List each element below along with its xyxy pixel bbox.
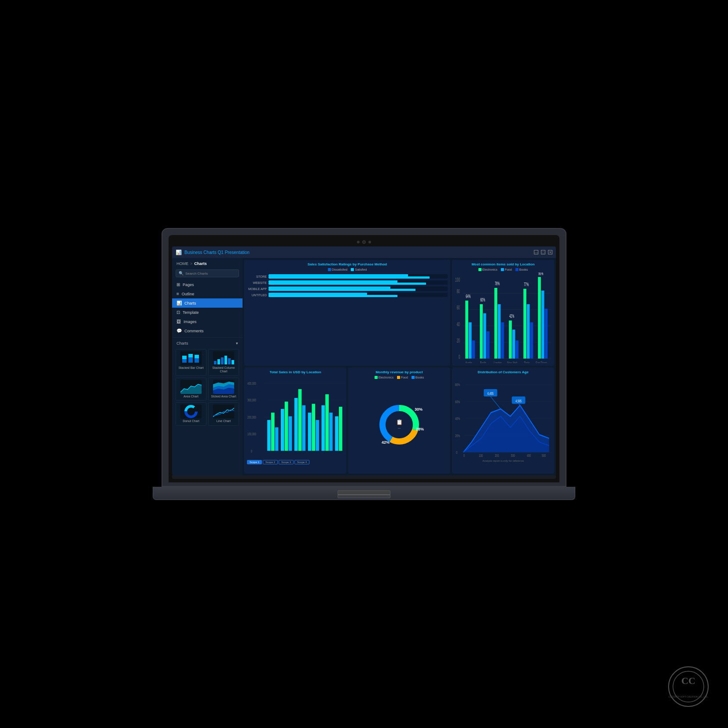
distribution-chart: 80% 60% 40% 20% 0: [455, 376, 552, 471]
laptop-base: DELL: [153, 487, 575, 500]
chart-thumb-line[interactable]: Line Chart: [208, 402, 239, 425]
chart-thumb-stacked-area-label: Stcked Area Chart: [211, 395, 236, 398]
comments-icon: 💬: [176, 328, 182, 333]
chart-thumb-donut[interactable]: Donut Chart: [176, 402, 206, 425]
hbar-row-store: STORE: [247, 274, 448, 279]
svg-rect-1: [182, 356, 187, 359]
svg-line-113: [490, 397, 500, 409]
scope-tab-2[interactable]: Scope 2: [263, 460, 278, 464]
svg-text:80%: 80%: [455, 383, 460, 386]
svg-text:500: 500: [542, 454, 546, 457]
svg-rect-40: [501, 322, 504, 358]
legend-label-dissatisfied: Dissatisfied: [332, 268, 348, 271]
svg-rect-70: [267, 420, 271, 451]
chart-thumb-stacked-bar-img: [180, 351, 202, 365]
chart-thumb-stacked-bar[interactable]: Stacked Bar Chart: [176, 349, 206, 376]
hbar-track-store: [268, 274, 448, 279]
svg-rect-85: [335, 416, 338, 451]
webcam-area: [172, 239, 556, 246]
svg-rect-84: [329, 412, 333, 451]
legend-label-mr-food: Food: [401, 376, 408, 379]
sidebar-item-outline[interactable]: ≡ Outline: [172, 289, 243, 298]
svg-rect-39: [498, 304, 501, 359]
monthly-revenue-title: Monthly revenue by product: [351, 370, 448, 374]
svg-rect-2: [188, 357, 193, 363]
charts-section-header: Charts ▾: [172, 339, 243, 347]
sidebar-item-images[interactable]: 🖼 Images: [172, 317, 243, 326]
pct-30: 30%: [415, 407, 423, 412]
hbar-satisfied-untitled: [268, 295, 397, 297]
svg-text:Paris: Paris: [524, 361, 530, 363]
scope-tab-3[interactable]: Scope 3: [279, 460, 294, 464]
sales-satisfaction-title: Sales Satisfaction Ratings by Purchase M…: [247, 262, 448, 266]
chart-thumb-stacked-area[interactable]: Stcked Area Chart: [208, 378, 239, 401]
svg-text:300,000: 300,000: [247, 398, 256, 402]
app-title: Business Charts Q1 Presentation: [184, 250, 531, 255]
most-common-panel: Most common items sold by Location Elect…: [452, 260, 554, 366]
chart-thumb-stacked-column-img: [213, 351, 234, 365]
svg-text:CC: CC: [681, 675, 695, 686]
svg-text:•••: •••: [398, 427, 401, 430]
svg-rect-38: [494, 288, 497, 359]
svg-text:300: 300: [511, 454, 515, 457]
svg-rect-43: [512, 330, 515, 359]
svg-text:95%: 95%: [538, 272, 543, 276]
legend-dot-books: [515, 268, 518, 271]
most-common-title: Most common items sold by Location: [455, 262, 552, 266]
svg-rect-11: [232, 360, 234, 364]
outline-icon: ≡: [176, 291, 179, 296]
window-controls[interactable]: — □ ✕: [534, 250, 552, 254]
breadcrumb-current: Charts: [194, 261, 207, 266]
legend-electronics: Electronics: [478, 268, 497, 271]
maximize-button[interactable]: □: [541, 250, 545, 254]
svg-rect-31: [469, 322, 472, 358]
search-input[interactable]: Search Charts: [185, 272, 236, 276]
legend-dot-dissatisfied: [328, 268, 331, 271]
most-common-svg: 0 20 40 60 80 100: [455, 272, 552, 363]
minimize-button[interactable]: —: [534, 250, 538, 254]
sidebar-item-pages[interactable]: ⊞ Pages: [172, 280, 243, 289]
hbar-satisfied-mobile: [268, 289, 415, 291]
sidebar-item-template[interactable]: ⊡ Template: [172, 308, 243, 317]
legend-label-books: Books: [519, 268, 528, 271]
chart-thumb-stacked-column[interactable]: Stacked Column Chart: [208, 349, 239, 376]
hbar-row-mobile: MOBILE APP: [247, 287, 448, 291]
distribution-svg: 80% 60% 40% 20% 0: [455, 376, 552, 457]
hbar-label-store: STORE: [247, 275, 267, 278]
svg-text:New York: New York: [507, 361, 518, 363]
breadcrumb-separator: >: [190, 261, 192, 266]
hbar-label-mobile: MOBILE APP: [247, 287, 267, 290]
total-sales-svg: 400,000 300,000 200,000 100,000 0: [247, 376, 344, 457]
svg-rect-73: [281, 409, 284, 451]
chart-thumb-area[interactable]: Area Chart: [176, 378, 206, 401]
svg-rect-46: [523, 289, 526, 359]
scope-tab-4[interactable]: Scope 4: [294, 460, 309, 464]
sidebar-item-charts[interactable]: 📊 Charts: [172, 298, 243, 308]
svg-text:60%: 60%: [480, 298, 485, 302]
monthly-revenue-panel: Monthly revenue by product Electronics F…: [348, 368, 450, 474]
chart-thumb-area-img: [180, 380, 202, 394]
sidebar-item-comments[interactable]: 💬 Comments: [172, 326, 243, 335]
svg-point-18: [188, 409, 194, 414]
hbar-track-untitled: [268, 293, 448, 297]
legend-label-mr-electronics: Electronics: [379, 376, 393, 379]
svg-text:60: 60: [456, 305, 460, 311]
svg-rect-83: [325, 394, 329, 451]
chart-thumb-stacked-bar-label: Stacked Bar Chart: [178, 366, 203, 370]
legend-dot-mr-electronics: [375, 376, 378, 379]
svg-rect-51: [541, 290, 544, 359]
template-icon: ⊡: [176, 310, 180, 315]
trackpad[interactable]: [338, 490, 390, 498]
svg-text:0: 0: [459, 353, 460, 360]
svg-text:6,455: 6,455: [488, 392, 494, 395]
svg-line-116: [518, 404, 520, 405]
hbar-label-website: WEBSITE: [247, 281, 267, 284]
svg-rect-72: [275, 427, 279, 451]
svg-text:100,000: 100,000: [247, 432, 256, 436]
close-button[interactable]: ✕: [548, 250, 552, 254]
webcam-dot-right: [368, 241, 371, 243]
chart-thumb-stacked-area-img: [213, 380, 234, 394]
search-box[interactable]: 🔍 Search Charts: [176, 269, 239, 277]
svg-rect-71: [271, 412, 275, 451]
scope-tab-1[interactable]: Scope 1: [247, 460, 262, 464]
